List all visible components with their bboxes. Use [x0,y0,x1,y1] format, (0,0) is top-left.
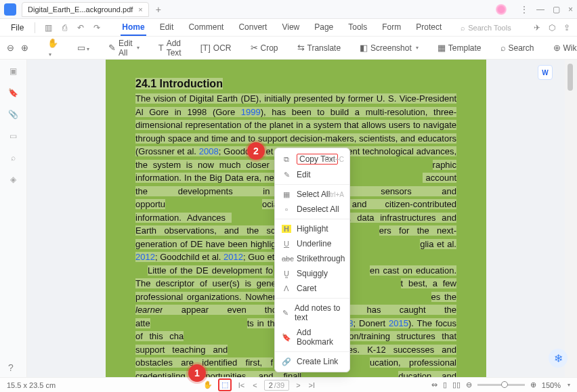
zoom-out-status-icon[interactable]: ⊖ [466,380,472,389]
layers-icon[interactable]: ◈ [10,175,16,184]
tab-protect[interactable]: Protect [414,20,443,36]
zoom-slider[interactable] [477,384,525,386]
page-dimensions: 15.5 x 23.5 cm [7,381,88,389]
tab-comment[interactable]: Comment [187,20,225,36]
camera-icon: ◧ [360,43,368,53]
menubar: File ▥ ⎙ ↶ ↷ Home Edit Comment Convert V… [0,19,577,37]
close-tab-icon[interactable]: × [138,5,142,14]
squiggly-icon: Ṵ [282,269,291,278]
select-all-icon: ▦ [282,190,291,199]
close-window-icon[interactable]: × [568,5,573,14]
ctx-underline[interactable]: UUnderline [275,236,349,251]
tab-tools[interactable]: Tools [347,20,368,36]
tab-form[interactable]: Form [381,20,402,36]
send-icon[interactable]: ✈ [534,23,540,32]
maximize-icon[interactable]: ▢ [553,5,560,14]
search-panel-icon[interactable]: ⌕ [11,153,16,162]
ctx-create-link[interactable]: 🔗Create Link [275,354,349,369]
kebab-menu-icon[interactable]: ⋮ [520,5,528,14]
zoom-in-status-icon[interactable]: ⊕ [530,380,536,389]
ctx-select-all[interactable]: ▦Select AllCtrl+A [275,187,349,202]
deselect-icon: ▫ [282,205,291,213]
edit-all-button[interactable]: ✎Edit All▾ [108,39,140,58]
ctx-add-notes[interactable]: ✎Add notes to text [275,301,349,325]
shape-tool-icon[interactable]: ▭▾ [77,43,89,53]
comment-panel-icon[interactable]: ▭ [9,131,17,141]
reflow-icon[interactable]: ⇔ [431,380,437,389]
assistant-fab-icon[interactable]: ❄ [549,349,568,368]
hand-tool-status-icon[interactable]: ✋ [203,380,213,389]
strike-icon: abc [282,255,291,263]
page-number-input[interactable]: 2/39 [264,380,289,391]
save-icon[interactable]: ▥ [42,23,54,32]
copy-icon: ⧉ [282,155,291,164]
search-button[interactable]: ⌕Search [500,43,534,53]
tab-view[interactable]: View [280,20,301,36]
section-heading-1: 24.1 Introduction [135,78,223,89]
minimize-icon[interactable]: — [536,5,544,14]
pencil-icon: ✎ [108,43,116,53]
translate-button[interactable]: ⇆Translate [297,43,341,53]
file-menu[interactable]: File [7,22,28,34]
search-tools[interactable]: ⌕ Search Tools [461,24,511,32]
undo-icon[interactable]: ↶ [74,23,87,32]
scroll-thumb[interactable] [568,64,573,91]
tab-label: Digital_Earth_E...ackground.pdf [28,5,133,14]
zoom-knob[interactable] [501,381,508,388]
tab-home[interactable]: Home [121,20,146,36]
select-tool-status-icon[interactable]: ⬚ [218,378,232,391]
first-page-icon[interactable]: I< [237,381,246,389]
print-icon[interactable]: ⎙ [58,23,70,32]
screenshot-button[interactable]: ◧Screenshot▾ [360,43,419,53]
tab-convert[interactable]: Convert [237,20,268,36]
single-page-icon[interactable]: ▯ [443,380,447,389]
bookmark-icon[interactable]: 🔖 [8,88,18,97]
callout-marker-2: 2 [247,142,265,160]
add-text-button[interactable]: TAdd Text [158,39,181,58]
crop-button[interactable]: ✂Crop [251,43,278,53]
link-icon: 🔗 [282,357,291,366]
zoom-in-icon[interactable]: ⊕ [21,43,28,53]
last-page-icon[interactable]: >I [307,381,316,389]
help-icon[interactable]: ? [8,362,14,373]
assistant-icon[interactable] [496,4,507,15]
upload-icon[interactable]: ⇪ [563,23,570,32]
tab-edit[interactable]: Edit [158,20,175,36]
ocr-button[interactable]: [T]OCR [200,43,232,53]
wikipedia-button[interactable]: ⊕Wikipedia [553,43,577,53]
ctx-deselect-all[interactable]: ▫Deselect All [275,202,349,217]
callout-marker-1: 1 [188,364,206,382]
prev-page-icon[interactable]: < [251,381,258,389]
document-tab[interactable]: Digital_Earth_E...ackground.pdf × [22,2,149,17]
thumbnails-icon[interactable]: ▣ [9,66,17,76]
ctx-highlight[interactable]: HHighlight [275,221,349,236]
hand-tool-icon[interactable]: ✋▾ [47,38,58,58]
ctx-squiggly[interactable]: ṴSquiggly [275,266,349,281]
note-icon: ✎ [282,309,289,318]
toolbar: ⊖ ⊕ ✋▾ ▭▾ ✎Edit All▾ TAdd Text [T]OCR ✂C… [0,37,577,60]
bookmark-add-icon: 🔖 [282,333,291,342]
zoom-out-icon[interactable]: ⊖ [7,43,14,53]
cloud-icon[interactable]: ⬡ [549,23,555,32]
ctx-edit[interactable]: ✎Edit [275,167,349,182]
zoom-value[interactable]: 150% [542,381,561,389]
new-tab-button[interactable]: + [156,4,161,15]
template-button[interactable]: ▦Template [437,43,482,53]
ctx-copy-text[interactable]: ⧉Copy TextCtrl+C [275,151,349,167]
left-rail: ▣ 🔖 📎 ▭ ⌕ ◈ [0,60,27,377]
attachment-icon[interactable]: 📎 [8,110,18,119]
ctx-strikethrough[interactable]: abcStrikethrough [275,251,349,266]
ctx-add-bookmark[interactable]: 🔖Add Bookmark [275,325,349,349]
word-export-badge[interactable]: W [538,65,553,80]
titlebar: Digital_Earth_E...ackground.pdf × + ⋮ — … [0,0,577,19]
next-page-icon[interactable]: > [295,381,301,389]
redo-icon[interactable]: ↷ [91,23,103,32]
ctx-caret[interactable]: ꓥCaret [275,281,349,296]
vertical-scrollbar[interactable] [565,60,577,377]
crop-icon: ✂ [251,43,258,53]
tab-page[interactable]: Page [313,20,335,36]
search-icon: ⌕ [500,43,506,53]
two-page-icon[interactable]: ▯▯ [452,380,461,389]
globe-icon: ⊕ [553,43,561,53]
text-box-icon: T [158,43,164,53]
